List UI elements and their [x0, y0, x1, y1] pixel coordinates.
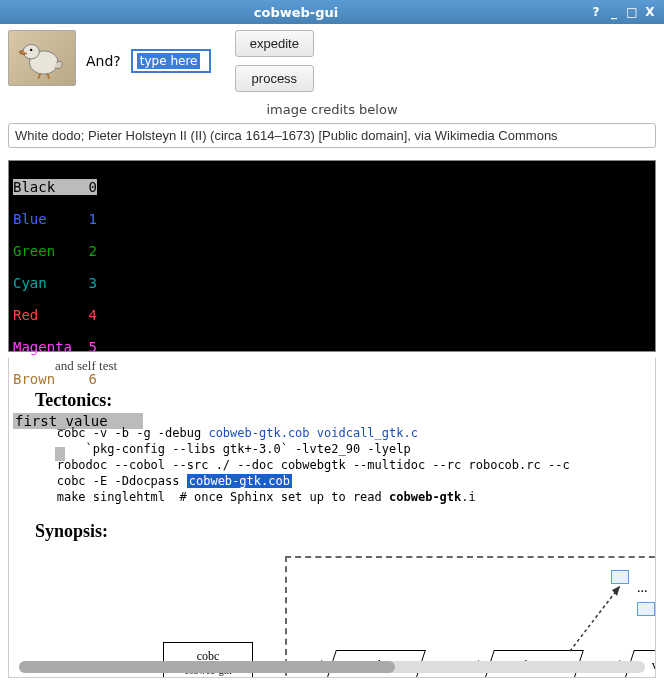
synopsis-heading: Synopsis:	[35, 521, 655, 542]
minimize-icon[interactable]: _	[606, 4, 622, 20]
close-icon[interactable]: X	[642, 4, 658, 20]
titlebar: cobweb-gui ? _ □ X	[0, 0, 664, 24]
maximize-icon[interactable]: □	[624, 4, 640, 20]
cut-text: and self test	[55, 358, 655, 374]
expedite-button[interactable]: expedite	[235, 30, 314, 57]
horizontal-scrollbar[interactable]	[19, 661, 645, 673]
help-icon[interactable]: ?	[588, 4, 604, 20]
window-title: cobweb-gui	[6, 5, 586, 20]
credits-label: image credits below	[8, 102, 656, 117]
terminal[interactable]: Black0 Blue1 Green2 Cyan3 Red4 Magenta5 …	[8, 160, 656, 352]
process-button[interactable]: process	[235, 65, 314, 92]
term-row: Green	[13, 243, 85, 259]
svg-marker-6	[612, 586, 620, 596]
credits-text-input[interactable]	[8, 123, 656, 148]
diagram-dots: ...	[637, 580, 648, 596]
and-label: And?	[86, 53, 121, 69]
scrollbar-thumb[interactable]	[19, 661, 395, 673]
svg-point-2	[30, 49, 32, 51]
svg-line-5	[570, 586, 620, 651]
term-row: Blue	[13, 211, 85, 227]
term-row: Black	[13, 179, 85, 195]
placeholder-text: type here	[137, 53, 201, 69]
doc-viewer[interactable]: and self test Tectonics: cobc -v -b -g -…	[8, 358, 656, 678]
type-here-input[interactable]: type here	[131, 49, 211, 73]
svg-line-3	[38, 73, 40, 78]
diagram-port-icon	[637, 602, 655, 616]
svg-point-1	[23, 45, 39, 59]
term-row: Cyan	[13, 275, 85, 291]
term-row: Magenta	[13, 339, 85, 355]
svg-line-4	[47, 73, 49, 78]
diagram: ... cobccobweb-gtk window box vte	[35, 556, 655, 678]
tectonics-heading: Tectonics:	[35, 390, 655, 411]
tectonics-code: cobc -v -b -g -debug cobweb-gtk.cob void…	[35, 425, 655, 505]
term-row: Red	[13, 307, 85, 323]
dodo-image	[8, 30, 76, 86]
